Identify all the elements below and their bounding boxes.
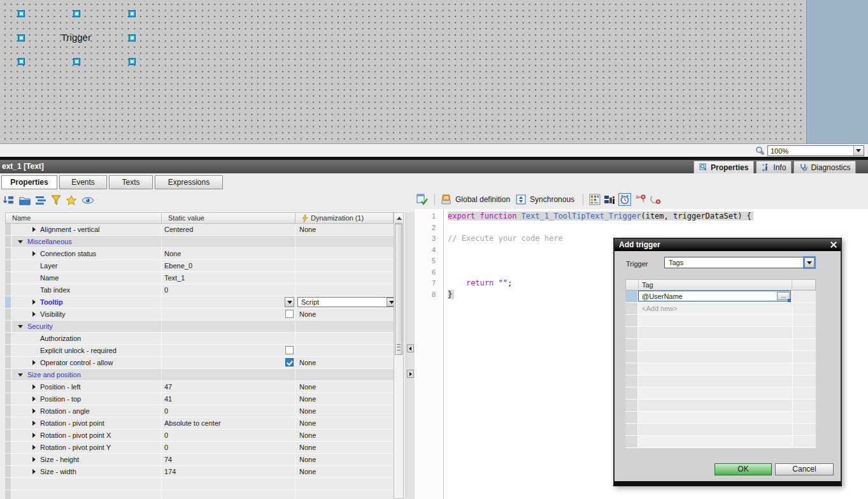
row-selector[interactable] <box>5 345 11 356</box>
dynamization-cell[interactable] <box>295 478 394 489</box>
property-row[interactable]: Rotation - angle0None <box>5 405 394 417</box>
static-value-cell[interactable] <box>162 369 295 380</box>
row-selector[interactable] <box>5 405 11 417</box>
dynamization-cell[interactable]: None <box>295 224 394 235</box>
expand-categories-icon[interactable] <box>19 196 31 205</box>
tab-events[interactable]: Events <box>59 175 107 189</box>
row-selector[interactable] <box>5 224 11 235</box>
dynamization-select[interactable]: Script <box>297 297 394 307</box>
chevron-right-icon[interactable] <box>32 396 36 401</box>
row-selector[interactable] <box>5 321 11 332</box>
property-empty-row[interactable] <box>5 478 394 490</box>
static-value-cell[interactable] <box>162 308 295 320</box>
row-selector[interactable] <box>5 333 11 344</box>
row-selector[interactable] <box>5 381 11 393</box>
static-value-cell[interactable]: 74 <box>162 454 295 465</box>
dynamization-cell[interactable] <box>295 369 394 380</box>
chevron-right-icon[interactable] <box>32 445 36 450</box>
row-selector[interactable] <box>5 357 11 368</box>
row-selector[interactable] <box>5 454 11 465</box>
code-line[interactable] <box>448 222 868 234</box>
property-row[interactable]: Position - top41None <box>5 393 394 405</box>
zoom-fit-icon[interactable] <box>755 146 765 155</box>
column-header-static-value[interactable]: Static value <box>162 212 295 224</box>
chevron-right-icon[interactable] <box>32 251 36 256</box>
code-line[interactable]: export function Text_1_ToolTipText_Trigg… <box>448 211 868 222</box>
dynamization-cell[interactable]: None <box>295 454 394 465</box>
row-selector[interactable] <box>5 417 11 429</box>
checkbox[interactable] <box>285 310 294 318</box>
row-selector[interactable] <box>5 248 11 259</box>
tag-row[interactable]: @UserName ... <box>625 291 816 303</box>
row-selector[interactable] <box>625 436 638 447</box>
validate-script-icon[interactable] <box>416 194 429 206</box>
property-row[interactable]: Rotation - pivot point X0None <box>5 430 394 442</box>
row-selector[interactable] <box>625 387 638 399</box>
row-selector[interactable] <box>625 315 638 326</box>
collapse-left-button[interactable] <box>407 344 414 352</box>
property-row[interactable]: Rotation - pivot point Y0None <box>5 442 394 454</box>
static-value-cell[interactable] <box>162 296 295 308</box>
property-category-row[interactable]: Security <box>5 321 394 333</box>
selection-handle[interactable] <box>74 59 80 64</box>
chevron-right-icon[interactable] <box>32 421 36 426</box>
empty-tag-row[interactable] <box>625 315 816 327</box>
static-value-cell[interactable]: 47 <box>162 381 295 393</box>
synchronous-label[interactable]: Synchronous <box>530 195 574 204</box>
static-value-cell[interactable]: Text_1 <box>162 272 295 284</box>
tab-diagnostics-inspector[interactable]: Diagnostics <box>793 161 856 173</box>
dynamization-cell[interactable]: Script <box>295 296 394 308</box>
dynamization-cell[interactable] <box>295 260 394 271</box>
dynamization-cell[interactable]: None <box>295 357 394 368</box>
global-definition-js-icon[interactable]: JS <box>441 194 452 205</box>
static-value-cell[interactable]: 0 <box>162 405 295 417</box>
chevron-right-icon[interactable] <box>32 433 36 438</box>
column-header-name[interactable]: Name <box>5 212 162 224</box>
selection-handle[interactable] <box>18 11 24 17</box>
row-selector[interactable] <box>625 351 638 363</box>
row-selector[interactable] <box>5 308 11 320</box>
property-table-scrollbar[interactable] <box>394 212 404 499</box>
text-element[interactable]: Trigger <box>61 32 91 43</box>
row-selector[interactable] <box>625 291 638 302</box>
row-selector[interactable] <box>5 478 11 489</box>
expand-right-button[interactable] <box>407 370 414 378</box>
row-selector[interactable] <box>625 412 638 423</box>
property-row[interactable]: Size - height74None <box>5 454 394 466</box>
row-selector[interactable] <box>625 303 638 314</box>
zoom-level-combo[interactable]: 100% <box>767 145 864 156</box>
cancel-button[interactable]: Cancel <box>775 463 834 475</box>
empty-tag-row[interactable] <box>625 351 816 363</box>
system-functions-icon[interactable] <box>604 194 615 205</box>
trigger-clock-button-active[interactable] <box>618 193 631 206</box>
scrollbar-thumb[interactable] <box>395 224 402 355</box>
row-selector[interactable] <box>625 327 638 338</box>
undo-error-icon[interactable] <box>634 194 646 205</box>
static-value-cell[interactable]: 174 <box>162 466 295 477</box>
row-selector[interactable] <box>5 490 11 499</box>
row-selector[interactable] <box>625 375 638 387</box>
static-value-cell[interactable] <box>162 345 295 356</box>
dropdown-button[interactable] <box>387 298 394 307</box>
row-selector[interactable] <box>5 284 11 296</box>
dynamization-cell[interactable] <box>295 236 394 247</box>
dynamization-cell[interactable] <box>295 284 394 296</box>
tag-input[interactable]: @UserName ... <box>638 291 791 301</box>
selection-handle[interactable] <box>129 59 135 64</box>
row-selector[interactable] <box>625 339 638 351</box>
close-icon[interactable] <box>829 240 839 250</box>
dynamization-cell[interactable]: None <box>295 393 394 405</box>
row-selector[interactable] <box>625 424 638 435</box>
filter-icon[interactable] <box>51 195 61 206</box>
fill-handle[interactable] <box>788 299 791 302</box>
row-selector[interactable] <box>5 272 11 284</box>
property-row[interactable]: Size - width174None <box>5 466 394 478</box>
selection-handle[interactable] <box>18 59 24 64</box>
static-value-cell[interactable] <box>162 333 295 344</box>
zoom-dropdown-button[interactable] <box>853 146 864 155</box>
global-definition-label[interactable]: Global definition <box>455 195 510 204</box>
property-row[interactable]: VisibilityNone <box>5 308 394 321</box>
static-value-cell[interactable] <box>162 478 295 489</box>
ok-button[interactable]: OK <box>715 463 772 475</box>
row-selector[interactable] <box>625 400 638 411</box>
